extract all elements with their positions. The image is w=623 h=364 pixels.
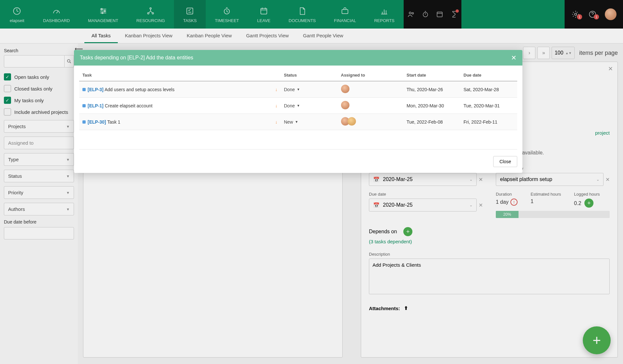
close-button[interactable]: Close (493, 156, 517, 167)
start-date: Mon, 2020-Mar-30 (403, 98, 460, 114)
table-row[interactable]: [ELP-1] Create elapseit account↓ Done ▼ … (79, 98, 517, 114)
dependencies-modal: Tasks depending on [ELP-2] Add the data … (74, 50, 522, 173)
priority-arrow-icon: ↓ (275, 119, 277, 125)
task-type-icon (82, 120, 86, 124)
col-assigned: Assigned to (338, 70, 404, 81)
assignee-avatar (341, 101, 349, 109)
col-start: Start date (403, 70, 460, 81)
task-type-icon (82, 104, 86, 107)
priority-arrow-icon: ↓ (275, 103, 277, 108)
task-name: Add users and setup access levels (104, 87, 175, 92)
caret-icon: ▼ (295, 120, 298, 124)
task-id: [ELP-30] (88, 119, 106, 125)
caret-icon: ▼ (297, 88, 300, 91)
task-id: [ELP-1] (88, 103, 104, 108)
table-row[interactable]: [ELP-30] Task 1↓ New ▼ Tue, 2022-Feb-08 … (79, 114, 517, 130)
col-task: Task (79, 70, 281, 81)
assignee-avatar (348, 117, 356, 126)
assignee-avatar (341, 85, 349, 93)
col-status: Status (281, 70, 338, 81)
status-select[interactable]: Done ▼ (284, 103, 300, 108)
priority-arrow-icon: ↓ (275, 87, 277, 92)
task-type-icon (82, 88, 86, 91)
task-id: [ELP-3] (88, 87, 104, 92)
close-icon[interactable]: ✕ (511, 54, 517, 62)
table-row[interactable]: [ELP-3] Add users and setup access level… (79, 81, 517, 98)
modal-title: Tasks depending on [ELP-2] Add the data … (80, 55, 193, 61)
status-value: New (284, 119, 293, 125)
due-date: Fri, 2022-Feb-11 (460, 114, 518, 130)
status-value: Done (284, 103, 295, 108)
start-date: Thu, 2020-Mar-26 (403, 81, 460, 98)
status-select[interactable]: New ▼ (284, 119, 298, 125)
modal-header: Tasks depending on [ELP-2] Add the data … (74, 50, 522, 66)
status-value: Done (284, 87, 295, 92)
task-name: Create elapseit account (105, 103, 153, 108)
due-date: Sat, 2020-Mar-28 (460, 81, 518, 98)
dependencies-table: Task Status Assigned to Start date Due d… (79, 70, 517, 130)
start-date: Tue, 2022-Feb-08 (403, 114, 460, 130)
due-date: Tue, 2020-Mar-31 (460, 98, 518, 114)
caret-icon: ▼ (297, 104, 300, 107)
task-name: Task 1 (107, 119, 120, 125)
status-select[interactable]: Done ▼ (284, 87, 300, 92)
col-due: Due date (460, 70, 518, 81)
